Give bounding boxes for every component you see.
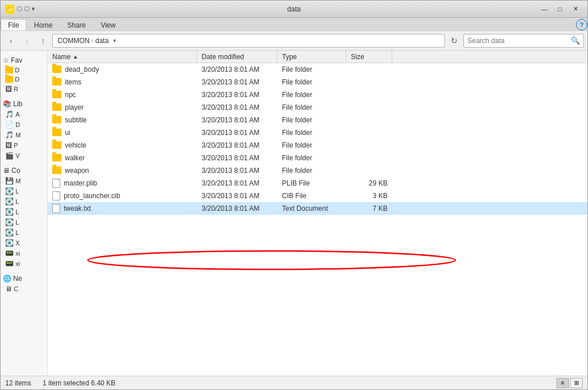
table-row[interactable]: tweak.txt 3/20/2013 8:01 AM Text Documen… <box>48 202 587 215</box>
star-icon: ☆ <box>3 56 9 64</box>
sidebar-item-p[interactable]: 🖼 P <box>1 140 47 150</box>
table-row[interactable]: items 3/20/2013 8:01 AM File folder <box>48 76 587 88</box>
sidebar-item-d2[interactable]: D <box>1 75 47 84</box>
maximize-button[interactable]: □ <box>552 3 567 15</box>
path-separator-1: › <box>91 37 94 45</box>
file-type: File folder <box>277 139 346 152</box>
sidebar-item-v[interactable]: 🎬 V <box>1 150 47 161</box>
sidebar-item-l5[interactable]: 💽 L <box>1 227 47 238</box>
address-bar[interactable]: COMMON › data ▾ <box>52 34 445 48</box>
file-name: tweak.txt <box>48 202 197 215</box>
back-button[interactable]: ‹ <box>4 34 18 48</box>
table-row[interactable]: vehicle 3/20/2013 8:01 AM File folder <box>48 139 587 152</box>
file-type: Text Document <box>277 202 346 215</box>
sidebar-item-label: V <box>16 152 20 159</box>
file-size <box>346 76 392 88</box>
libraries-header[interactable]: 📚 Lib <box>1 99 47 109</box>
folder-icon <box>52 129 61 136</box>
sidebar-item-a[interactable]: 🎵 A <box>1 109 47 119</box>
network-section: 🌐 Ne 🖥 C <box>1 271 47 296</box>
sidebar-item-l4[interactable]: 💽 L <box>1 217 47 227</box>
libraries-label: Lib <box>13 100 22 108</box>
tab-view[interactable]: View <box>93 19 123 30</box>
computer-header[interactable]: 🖥 Co <box>1 165 47 176</box>
table-row[interactable]: npc 3/20/2013 8:01 AM File folder <box>48 88 587 101</box>
table-row[interactable]: proto_launcher.cib 3/20/2013 8:01 AM CIB… <box>48 190 587 202</box>
file-name: ui <box>48 126 197 139</box>
sidebar-item-m[interactable]: 🎵 M <box>1 130 47 140</box>
favorites-section: ☆ Fav D D 🖼 R <box>1 53 47 96</box>
file-date: 3/20/2013 8:01 AM <box>197 88 277 101</box>
sidebar-item-x[interactable]: 💽 X <box>1 238 47 248</box>
table-row[interactable]: dead_body 3/20/2013 8:01 AM File folder <box>48 63 587 76</box>
up-button[interactable]: ↑ <box>36 34 50 48</box>
details-view-button[interactable]: ≡ <box>556 378 569 388</box>
sidebar-item-l3[interactable]: 💽 L <box>1 207 47 217</box>
tiles-view-button[interactable]: ⊞ <box>570 378 583 388</box>
table-row[interactable]: ui 3/20/2013 8:01 AM File folder <box>48 126 587 139</box>
minimize-button[interactable]: — <box>537 3 552 15</box>
file-type: File folder <box>277 164 346 177</box>
refresh-button[interactable]: ↻ <box>447 34 461 48</box>
item-count: 12 items <box>5 379 31 387</box>
folder-icon <box>52 141 61 149</box>
table-row[interactable]: walker 3/20/2013 8:01 AM File folder <box>48 152 587 164</box>
network-label: Ne <box>13 275 22 283</box>
table-row[interactable]: subtitle 3/20/2013 8:01 AM File folder <box>48 114 587 126</box>
music-icon: 🎵 <box>5 131 14 139</box>
sidebar-item-xi1[interactable]: 📟 xi <box>1 248 47 258</box>
network-header[interactable]: 🌐 Ne <box>1 273 47 284</box>
search-input[interactable] <box>467 37 568 45</box>
col-header-date[interactable]: Date modified <box>197 51 277 63</box>
file-size: 29 KB <box>346 177 392 190</box>
forward-button[interactable]: › <box>20 34 34 48</box>
file-date: 3/20/2013 8:01 AM <box>197 139 277 152</box>
tab-share[interactable]: Share <box>60 19 93 30</box>
help-button[interactable]: ? <box>576 19 587 30</box>
col-header-type[interactable]: Type <box>277 51 346 63</box>
table-row[interactable]: player 3/20/2013 8:01 AM File folder <box>48 101 587 114</box>
sidebar-item-label: C <box>14 285 18 292</box>
sidebar-item-label: xi <box>16 260 20 267</box>
sidebar-item-label: R <box>14 86 18 92</box>
file-date: 3/20/2013 8:01 AM <box>197 114 277 126</box>
file-size <box>346 164 392 177</box>
view-controls: ≡ ⊞ <box>556 378 583 388</box>
window-icon: 📁 <box>5 5 14 14</box>
sidebar-item-label: D <box>15 67 20 74</box>
file-size <box>346 101 392 114</box>
sidebar-item-l2[interactable]: 💽 L <box>1 196 47 207</box>
status-bar: 12 items 1 item selected 6.40 KB ≡ ⊞ <box>1 376 587 389</box>
sidebar-item-m2[interactable]: 💾 M <box>1 176 47 186</box>
sidebar-item-l1[interactable]: 💽 L <box>1 186 47 196</box>
sidebar-item-c[interactable]: 🖥 C <box>1 284 47 294</box>
file-date: 3/20/2013 8:01 AM <box>197 76 277 88</box>
sidebar-item-label: D <box>15 76 20 83</box>
network-icon: 🌐 <box>3 275 11 283</box>
close-button[interactable]: ✕ <box>568 3 583 15</box>
sidebar-item-label: L <box>16 208 19 215</box>
tab-file[interactable]: File <box>1 19 26 30</box>
file-icon <box>52 204 60 213</box>
file-date: 3/20/2013 8:01 AM <box>197 126 277 139</box>
address-dropdown-button[interactable]: ▾ <box>109 34 120 48</box>
library-icon: 📚 <box>3 100 11 108</box>
sidebar-item-d1[interactable]: D <box>1 65 47 75</box>
file-name: walker <box>48 152 197 164</box>
column-header: Name ▲ Date modified Type Size <box>48 51 587 63</box>
file-name: subtitle <box>48 114 197 126</box>
table-row[interactable]: weapon 3/20/2013 8:01 AM File folder <box>48 164 587 177</box>
window-title: data <box>287 5 300 13</box>
col-header-name[interactable]: Name ▲ <box>48 51 197 63</box>
sidebar-item-xi2[interactable]: 📟 xi <box>1 258 47 269</box>
tab-home[interactable]: Home <box>26 19 60 30</box>
file-type: File folder <box>277 101 346 114</box>
music-icon: 🎵 <box>5 110 14 118</box>
sort-arrow: ▲ <box>73 54 78 60</box>
sidebar-item-d3[interactable]: 📄 D <box>1 119 47 130</box>
sidebar-item-r[interactable]: 🖼 R <box>1 84 47 94</box>
file-date: 3/20/2013 8:01 AM <box>197 164 277 177</box>
table-row[interactable]: master.plib 3/20/2013 8:01 AM PLIB File … <box>48 177 587 190</box>
col-header-size[interactable]: Size <box>346 51 392 63</box>
favorites-header[interactable]: ☆ Fav <box>1 55 47 65</box>
